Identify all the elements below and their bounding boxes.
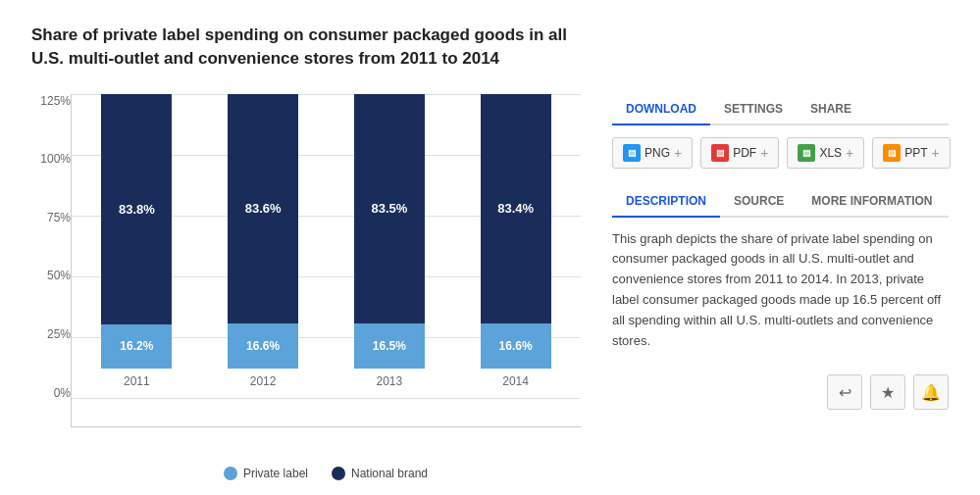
- download-button-xls[interactable]: ▤XLS+: [787, 137, 864, 169]
- legend-label: National brand: [351, 467, 428, 480]
- ppt-plus[interactable]: +: [932, 145, 940, 161]
- bar-column: 83.8%16.2%: [101, 94, 172, 369]
- download-button-png[interactable]: ▤PNG+: [612, 137, 693, 169]
- bar-national: 83.8%: [101, 94, 172, 324]
- history-icon-button[interactable]: ↩: [827, 374, 862, 410]
- bars-wrapper: 83.8%16.2%201183.6%16.6%201283.5%16.5%20…: [71, 94, 581, 427]
- bar-column: 83.5%16.5%: [354, 94, 425, 369]
- download-button-pdf[interactable]: ▤PDF+: [700, 137, 779, 169]
- bar-private: 16.5%: [354, 323, 425, 369]
- legend-color: [224, 467, 237, 480]
- png-icon: ▤: [623, 144, 641, 162]
- info-tab-source[interactable]: SOURCE: [720, 186, 798, 218]
- x-axis-label: 2011: [124, 374, 150, 388]
- download-buttons: ▤PNG+▤PDF+▤XLS+▤PPT+: [612, 137, 949, 169]
- bar-group: 83.5%16.5%2013: [335, 94, 445, 426]
- ppt-label: PPT: [904, 146, 927, 160]
- info-tab-description[interactable]: DESCRIPTION: [612, 186, 720, 218]
- x-axis-label: 2014: [502, 374, 529, 388]
- x-axis-label: 2012: [250, 374, 277, 388]
- chart-legend: Private labelNational brand: [71, 467, 581, 480]
- download-button-ppt[interactable]: ▤PPT+: [872, 137, 951, 169]
- download-tab[interactable]: SETTINGS: [710, 94, 797, 125]
- bar-private: 16.6%: [481, 323, 551, 369]
- page-title: Share of private label spending on consu…: [31, 24, 600, 71]
- pdf-icon: ▤: [711, 144, 729, 162]
- xls-icon: ▤: [798, 144, 815, 162]
- action-icons: ↩★🔔: [612, 374, 949, 410]
- chart-area: 125%100%75%50%25%0% 83.8%16.2%201183.6%1…: [31, 94, 581, 480]
- xls-label: XLS: [819, 146, 842, 160]
- bell-icon-button[interactable]: 🔔: [913, 374, 949, 410]
- pdf-label: PDF: [733, 146, 756, 160]
- xls-plus[interactable]: +: [846, 145, 853, 161]
- info-tab-more-information[interactable]: MORE INFORMATION: [798, 186, 946, 218]
- download-tab[interactable]: DOWNLOAD: [612, 94, 710, 125]
- bar-column: 83.4%16.6%: [481, 94, 551, 369]
- legend-item: National brand: [332, 467, 428, 480]
- y-tick-label: 75%: [31, 211, 71, 224]
- bar-group: 83.6%16.6%2012: [208, 94, 319, 426]
- x-axis-label: 2013: [377, 374, 403, 388]
- bar-national: 83.6%: [228, 94, 298, 323]
- download-tab[interactable]: SHARE: [797, 94, 865, 125]
- legend-item: Private label: [224, 467, 308, 480]
- y-tick-label: 100%: [31, 152, 71, 166]
- description-text: This graph depicts the share of private …: [612, 229, 949, 352]
- y-tick-label: 125%: [31, 94, 71, 108]
- star-icon-button[interactable]: ★: [870, 374, 905, 410]
- png-label: PNG: [645, 146, 670, 160]
- y-tick-label: 50%: [31, 269, 71, 282]
- pdf-plus[interactable]: +: [760, 145, 768, 161]
- bar-private: 16.2%: [101, 324, 172, 369]
- bar-group: 83.8%16.2%2011: [81, 94, 192, 426]
- legend-color: [332, 467, 345, 480]
- bar-column: 83.6%16.6%: [228, 94, 298, 369]
- y-tick-label: 0%: [31, 386, 71, 400]
- ppt-icon: ▤: [883, 144, 901, 162]
- main-content: 125%100%75%50%25%0% 83.8%16.2%201183.6%1…: [31, 94, 949, 480]
- bar-private: 16.6%: [228, 323, 298, 369]
- info-tabs: DESCRIPTIONSOURCEMORE INFORMATION: [612, 186, 949, 218]
- chart-container: 125%100%75%50%25%0% 83.8%16.2%201183.6%1…: [31, 94, 581, 427]
- legend-label: Private label: [243, 467, 308, 480]
- right-panel: DOWNLOADSETTINGSSHARE ▤PNG+▤PDF+▤XLS+▤PP…: [612, 94, 949, 411]
- bar-group: 83.4%16.6%2014: [460, 94, 571, 426]
- y-tick-label: 25%: [31, 327, 71, 341]
- download-tabs: DOWNLOADSETTINGSSHARE: [612, 94, 949, 125]
- png-plus[interactable]: +: [674, 145, 682, 161]
- bar-national: 83.5%: [354, 94, 425, 323]
- bar-national: 83.4%: [481, 94, 551, 323]
- y-axis: 125%100%75%50%25%0%: [31, 94, 71, 427]
